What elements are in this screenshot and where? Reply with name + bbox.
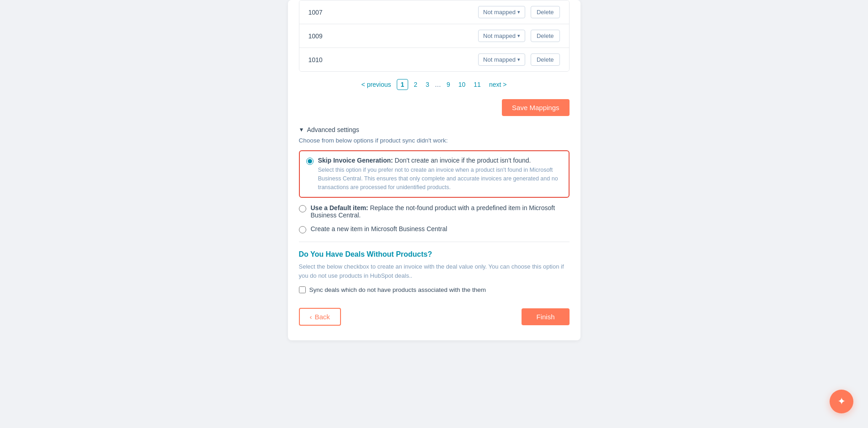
skip-invoice-label-strong: Skip Invoice Generation:: [318, 157, 393, 164]
finish-button[interactable]: Finish: [522, 308, 569, 325]
sync-deals-checkbox[interactable]: [299, 286, 306, 293]
delete-button[interactable]: Delete: [531, 6, 560, 18]
create-new-label[interactable]: Create a new item in Microsoft Business …: [311, 225, 447, 232]
page-11-button[interactable]: 11: [471, 79, 484, 90]
table-wrapper: 1007 Not mapped Delete 1009 Not mapped D…: [288, 0, 580, 72]
pagination: < previous 1 2 3 … 9 10 11 next >: [288, 72, 580, 94]
use-default-option: Use a Default item: Replace the not-foun…: [299, 204, 570, 219]
main-card: 1007 Not mapped Delete 1009 Not mapped D…: [288, 0, 580, 340]
table-row: 1010 Not mapped Delete: [299, 48, 569, 71]
previous-page-button[interactable]: < previous: [359, 79, 394, 90]
next-page-button[interactable]: next >: [486, 79, 510, 90]
advanced-section: ▼ Advanced settings Choose from below op…: [288, 118, 580, 242]
section-divider: [299, 242, 570, 242]
sync-deals-row: Sync deals which do not have products as…: [299, 286, 570, 293]
save-mappings-button[interactable]: Save Mappings: [502, 99, 569, 116]
not-mapped-dropdown[interactable]: Not mapped: [478, 53, 525, 66]
not-mapped-dropdown[interactable]: Not mapped: [478, 6, 525, 18]
page-dots: …: [435, 81, 441, 88]
skip-invoice-option: Skip Invoice Generation: Don't create an…: [299, 150, 570, 198]
deals-title: Do You Have Deals Without Products?: [299, 250, 570, 259]
use-default-content: Use a Default item: Replace the not-foun…: [311, 204, 570, 219]
fab-button[interactable]: ✦: [830, 390, 853, 413]
create-new-option: Create a new item in Microsoft Business …: [299, 225, 570, 233]
row-right: Not mapped Delete: [478, 30, 559, 42]
use-default-label[interactable]: Use a Default item: Replace the not-foun…: [311, 204, 555, 219]
sync-deals-label[interactable]: Sync deals which do not have products as…: [309, 286, 486, 293]
triangle-icon: ▼: [299, 127, 304, 133]
fab-icon: ✦: [837, 396, 846, 407]
row-id: 1007: [309, 9, 336, 16]
page-1-button[interactable]: 1: [397, 79, 409, 90]
row-right: Not mapped Delete: [478, 6, 559, 18]
deals-section: Do You Have Deals Without Products? Sele…: [288, 250, 580, 293]
use-default-radio[interactable]: [299, 205, 306, 212]
create-new-radio[interactable]: [299, 226, 306, 233]
page-10-button[interactable]: 10: [456, 79, 469, 90]
delete-button[interactable]: Delete: [531, 53, 560, 66]
row-id: 1009: [309, 32, 336, 40]
page-3-button[interactable]: 3: [423, 79, 432, 90]
page-9-button[interactable]: 9: [444, 79, 453, 90]
page-2-button[interactable]: 2: [411, 79, 420, 90]
delete-button[interactable]: Delete: [531, 30, 560, 42]
skip-invoice-description: Select this option if you prefer not to …: [318, 166, 562, 191]
row-id: 1010: [309, 56, 336, 63]
save-btn-row: Save Mappings: [288, 94, 580, 118]
advanced-settings-toggle[interactable]: ▼ Advanced settings: [299, 126, 570, 133]
bottom-buttons: ‹ Back Finish: [288, 304, 580, 326]
deals-description: Select the below checkbox to create an i…: [299, 262, 570, 280]
advanced-toggle-label: Advanced settings: [307, 126, 359, 133]
row-right: Not mapped Delete: [478, 53, 559, 66]
back-button[interactable]: ‹ Back: [299, 308, 341, 326]
skip-invoice-label-rest: Don't create an invoice if the product i…: [393, 157, 531, 164]
not-mapped-dropdown[interactable]: Not mapped: [478, 30, 525, 42]
skip-invoice-radio[interactable]: [306, 158, 314, 165]
table-row: 1009 Not mapped Delete: [299, 24, 569, 48]
sync-prompt: Choose from below options if product syn…: [299, 137, 570, 144]
back-label: Back: [315, 313, 330, 321]
page-wrapper: 1007 Not mapped Delete 1009 Not mapped D…: [0, 0, 868, 428]
skip-invoice-label[interactable]: Skip Invoice Generation: Don't create an…: [318, 157, 531, 164]
back-chevron-icon: ‹: [310, 313, 312, 321]
skip-invoice-content: Skip Invoice Generation: Don't create an…: [318, 157, 562, 191]
use-default-label-strong: Use a Default item:: [311, 204, 368, 211]
table-row: 1007 Not mapped Delete: [299, 0, 569, 24]
